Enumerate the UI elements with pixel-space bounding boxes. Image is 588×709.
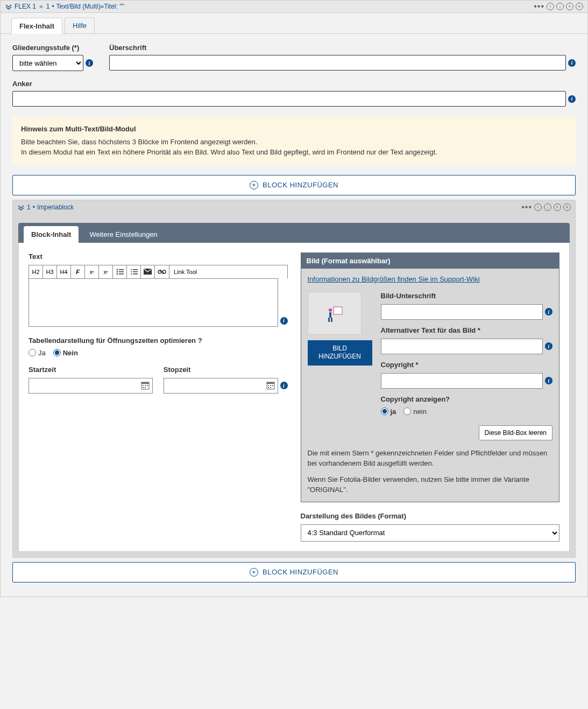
tb-ordered-list-icon[interactable] [127,265,141,278]
label-bild-unterschrift: Bild-Unterschrift [381,292,553,300]
tb-link-tool[interactable]: Link Tool [169,265,201,278]
hint-box: Hinweis zum Multi-Text/Bild-Modul Bitte … [12,116,576,165]
move-down-icon[interactable]: ↓ [556,3,564,10]
bild-header: Bild (Format auswählbar) [301,253,559,269]
svg-rect-17 [143,385,144,386]
bild-add-button[interactable]: BILD HINZUFÜGEN [308,340,372,366]
label-copyright-show: Copyright anzeigen? [381,395,553,403]
input-stopzeit[interactable] [164,378,278,394]
input-alt-text[interactable] [381,339,543,354]
tb-subscript[interactable]: x• [99,265,113,278]
input-bild-unterschrift[interactable] [381,304,543,320]
input-startzeit[interactable] [29,378,153,394]
info-icon[interactable]: i [545,308,552,315]
add-block-button-bottom[interactable]: + BLOCK HINZUFÜGEN [12,562,576,582]
move-down-icon[interactable]: ↓ [544,203,551,211]
editor-textarea[interactable] [29,278,278,327]
move-up-icon[interactable]: ↑ [534,203,542,211]
bild-info-link[interactable]: Informationen zu Bildgrößen finden Sie i… [308,275,480,283]
more-icon[interactable]: ••• [534,2,544,11]
add-icon[interactable]: + [566,3,573,10]
sub-title-name: Imperiablock [37,203,74,211]
radio-nein[interactable]: Nein [53,349,78,357]
info-icon[interactable]: i [545,377,552,384]
info-icon[interactable]: i [86,59,93,67]
more-icon[interactable]: ••• [521,203,532,212]
tb-h3[interactable]: H3 [43,265,57,278]
svg-rect-24 [268,385,269,386]
svg-point-2 [116,271,118,272]
close-icon[interactable]: × [576,3,583,10]
collapse-icon[interactable] [5,3,12,10]
tab-hilfe[interactable]: Hilfe [65,17,95,33]
label-format: Darstellung des Bildes (Format) [301,512,560,520]
info-icon[interactable]: i [568,95,576,103]
info-icon[interactable]: i [545,342,552,350]
info-icon[interactable]: i [568,59,576,67]
info-icon[interactable]: i [280,317,288,325]
radio-nein-input[interactable] [53,349,61,356]
titlebar-prefix: FLEX 1 [15,3,36,10]
input-anker[interactable] [12,91,566,107]
select-gliederungsstufe[interactable]: bitte wählen [12,55,83,71]
sub-title-bullet: • [33,203,35,211]
tab-flex-inhalt[interactable]: Flex-Inhalt [11,18,62,34]
tb-bold[interactable]: F [71,265,85,278]
titlebar: FLEX 1 » 1 • Text/Bild (Multi)»Titel: ""… [1,1,587,13]
svg-rect-32 [328,318,330,322]
bild-clear-button[interactable]: Diese Bild-Box leeren [479,425,552,440]
titlebar-rest: Text/Bild (Multi)»Titel: "" [56,3,124,10]
add-block-button-top[interactable]: + BLOCK HINZUFÜGEN [12,175,576,195]
add-icon[interactable]: + [554,203,561,211]
tab-weitere-einstellungen[interactable]: Weitere Einstellungen [82,226,165,243]
svg-rect-11 [133,273,138,275]
tb-superscript[interactable]: x• [85,265,99,278]
select-format[interactable]: 4:3 Standard Querformat [301,524,560,542]
svg-rect-23 [267,382,274,384]
calendar-icon[interactable] [266,381,275,390]
radio-nein-label: Nein [63,349,78,357]
radio-copyright-ja-label: ja [391,408,396,416]
tb-h2[interactable]: H2 [29,265,43,278]
move-up-icon[interactable]: ↑ [547,3,554,10]
svg-point-0 [116,269,118,270]
radio-copyright-nein-input[interactable] [403,408,411,415]
input-ueberschrift[interactable] [109,55,566,71]
calendar-icon[interactable] [141,381,150,390]
label-text: Text [29,252,288,261]
editor-toolbar: H2 H3 H4 F x• x• [29,265,288,278]
svg-point-30 [329,308,332,312]
tb-link-icon[interactable] [155,265,169,278]
label-startzeit: Startzeit [29,366,153,374]
svg-rect-20 [143,387,144,388]
svg-rect-29 [334,307,342,314]
svg-rect-19 [147,385,148,386]
tab-block-inhalt[interactable]: Block-Inhalt [24,226,79,243]
radio-copyright-nein-label: nein [413,408,427,416]
svg-point-4 [116,273,118,275]
tb-unordered-list-icon[interactable] [113,265,127,278]
collapse-icon[interactable] [17,203,25,211]
label-copyright: Copyright * [381,361,553,369]
hint-title: Hinweis zum Multi-Text/Bild-Modul [21,124,567,135]
titlebar-bullet: • [52,3,54,10]
bild-placeholder [308,292,362,335]
tb-h4[interactable]: H4 [57,265,71,278]
svg-rect-8 [131,271,132,272]
radio-ja-input[interactable] [29,349,36,356]
label-anker: Anker [12,80,576,88]
close-icon[interactable]: × [563,203,571,211]
input-copyright[interactable] [381,373,543,389]
radio-copyright-ja[interactable]: ja [381,408,396,416]
svg-rect-1 [119,269,124,270]
info-icon[interactable]: i [280,382,288,389]
radio-copyright-nein[interactable]: nein [403,408,427,416]
radio-copyright-ja-input[interactable] [381,408,388,415]
svg-rect-7 [133,269,138,270]
radio-ja[interactable]: Ja [29,349,46,357]
svg-rect-9 [133,271,138,272]
label-gliederungsstufe: Gliederungsstufe (*) [12,44,93,52]
tb-mail-icon[interactable] [141,265,155,278]
svg-rect-33 [331,318,332,322]
titlebar-num: 1 [46,3,50,10]
